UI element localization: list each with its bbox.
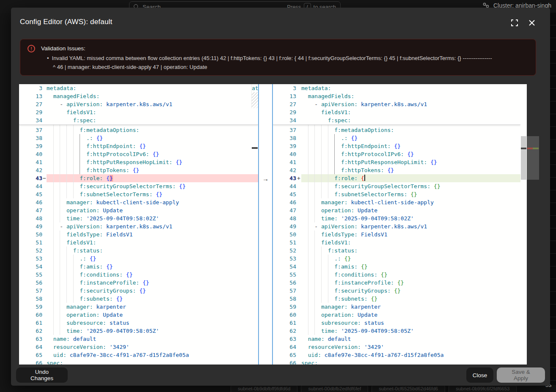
code-line[interactable]: 59 manager: karpenter (273, 303, 520, 311)
code-line[interactable]: 46 manager: kubectl-client-side-apply (19, 198, 258, 206)
code-line[interactable]: 58 f:subnets: {} (273, 295, 520, 303)
code-line[interactable]: 48 time: '2025-09-04T09:58:02Z' (273, 214, 520, 222)
code-line[interactable]: 52 f:status: (19, 247, 258, 255)
undo-changes-button[interactable]: Undo Changes (16, 367, 68, 383)
fullscreen-button[interactable] (510, 19, 519, 27)
code-line[interactable]: 41 f:httpPutResponseHopLimit: {} (273, 158, 520, 166)
code-line[interactable]: 50 fieldsType: FieldsV1 (19, 230, 258, 238)
code-line[interactable]: 50 fieldsType: FieldsV1 (273, 230, 520, 238)
line-content: manager: kubectl-client-side-apply (301, 198, 520, 206)
code-line[interactable]: 63 name: default (19, 335, 258, 343)
code-line[interactable]: 45 f:subnetSelectorTerms: {} (19, 190, 258, 198)
code-line[interactable]: 39 f:httpEndpoint: {} (273, 142, 520, 150)
code-line[interactable]: 46 manager: kubectl-client-side-apply (273, 198, 520, 206)
sticky-line[interactable]: 3metadata: (19, 84, 258, 92)
code-line[interactable]: 56 f:instanceProfile: {} (19, 279, 258, 287)
line-content: operation: Update (301, 311, 520, 319)
editor-scrollbar[interactable] (520, 84, 527, 365)
code-line[interactable]: 66spec: (19, 359, 258, 365)
token: f:httpProtocolIPv6: (341, 151, 404, 157)
code-line[interactable]: 51 fieldsV1: (19, 238, 258, 247)
code-line[interactable]: 39 f:httpEndpoint: {} (19, 142, 258, 150)
diff-marker (42, 279, 47, 287)
close-button[interactable] (528, 19, 536, 27)
code-line[interactable]: 64 resourceVersion: '3429' (273, 343, 520, 351)
code-line[interactable]: 37 f:metadataOptions: (19, 126, 258, 134)
code-line[interactable]: 59 manager: karpenter (19, 303, 258, 311)
line-number: 66 (273, 359, 296, 365)
code-line[interactable]: 66spec: (273, 359, 520, 365)
code-line[interactable]: 61 subresource: status (273, 319, 520, 327)
indent-guide (53, 247, 54, 255)
diff-marker (296, 247, 301, 255)
sticky-line[interactable]: 29 fieldsV1: (19, 108, 258, 116)
code-line[interactable]: 47 operation: Update (19, 206, 258, 214)
code-line[interactable]: 38 .: {} (19, 134, 258, 142)
sticky-line[interactable]: 34 f:spec: (273, 116, 520, 124)
code-line[interactable]: 63 name: default (273, 335, 520, 343)
code-line[interactable]: 44 f:securityGroupSelectorTerms: {} (273, 182, 520, 190)
overview-del-dash (252, 147, 258, 149)
code-line[interactable]: 42 f:httpTokens: {} (19, 166, 258, 174)
code-line[interactable]: 45 f:subnetSelectorTerms: {} (273, 190, 520, 198)
diff-overview-ruler[interactable] (527, 84, 539, 365)
code-line[interactable]: 57 f:securityGroups: {} (273, 287, 520, 295)
code-line[interactable]: 53 .: {} (273, 255, 520, 263)
sticky-header[interactable]: 3metadata:13 managedFields:27 - apiVersi… (273, 84, 520, 125)
code-line[interactable]: 62 time: '2025-09-04T09:58:05Z' (273, 327, 520, 335)
sticky-line[interactable]: 27 - apiVersion: karpenter.k8s.aws/v1 (19, 100, 258, 108)
scrollbar-thumb[interactable] (521, 136, 526, 180)
close-dialog-button[interactable]: Close (466, 367, 493, 383)
sticky-line[interactable]: 13 managedFields: (273, 92, 520, 100)
code-line[interactable]: 61 subresource: status (19, 319, 258, 327)
code-line[interactable]: 43− f:role: {} (19, 174, 258, 182)
code-line[interactable]: 41 f:httpPutResponseHopLimit: {} (19, 158, 258, 166)
sticky-line[interactable]: 13 managedFields: (19, 92, 258, 100)
sticky-line[interactable]: 27 - apiVersion: karpenter.k8s.aws/v1 (273, 100, 520, 108)
code-line[interactable]: 64 resourceVersion: '3429' (19, 343, 258, 351)
token: .: (86, 135, 93, 141)
token: f:securityGroupSelectorTerms: (334, 183, 430, 189)
code-line[interactable]: 55 f:conditions: {} (19, 271, 258, 279)
token: kubectl-client-side-apply (351, 199, 434, 206)
diff-marker (296, 222, 301, 230)
code-line[interactable]: 65 uid: c8afe97e-38cc-4f91-a767-d15f2a8f… (273, 351, 520, 359)
code-line[interactable]: 58 f:subnets: {} (19, 295, 258, 303)
code-line[interactable]: 65 uid: c8afe97e-38cc-4f91-a767-d15f2a8f… (19, 351, 258, 359)
sticky-line[interactable]: 3metadata: (273, 84, 520, 92)
code-line[interactable]: 56 f:instanceProfile: {} (273, 279, 520, 287)
code-line[interactable]: 48 time: '2025-09-04T09:58:02Z' (19, 214, 258, 222)
code-line[interactable]: 53 .: {} (19, 255, 258, 263)
line-content: metadata: (47, 84, 258, 92)
code-line[interactable]: 49 - apiVersion: karpenter.k8s.aws/v1 (273, 222, 520, 230)
code-line[interactable]: 54 f:amis: {} (19, 263, 258, 271)
overview-viewport[interactable] (527, 136, 539, 180)
diff-marker (296, 182, 301, 190)
code-line[interactable]: 55 f:conditions: {} (273, 271, 520, 279)
code-line[interactable]: 49 - apiVersion: karpenter.k8s.aws/v1 (19, 222, 258, 230)
code-line[interactable]: 60 operation: Update (273, 311, 520, 319)
original-editor[interactable]: 36 f:amiSelectorTerms: {}37 f:metadataOp… (19, 84, 258, 365)
code-line[interactable]: 37 f:metadataOptions: (273, 126, 520, 134)
sticky-line[interactable]: 29 fieldsV1: (273, 108, 520, 116)
code-line[interactable]: 38 .: {} (273, 134, 520, 142)
code-line[interactable]: 52 f:status: (273, 247, 520, 255)
revert-arrow-icon[interactable]: → (259, 175, 272, 183)
line-content: f:spec: (301, 116, 520, 124)
code-line[interactable]: 62 time: '2025-09-04T09:58:05Z' (19, 327, 258, 335)
code-line[interactable]: 42 f:httpTokens: {} (273, 166, 520, 174)
code-line[interactable]: 57 f:securityGroups: {} (19, 287, 258, 295)
code-line[interactable]: 54 f:amis: {} (273, 263, 520, 271)
code-line[interactable]: 40 f:httpProtocolIPv6: {} (273, 150, 520, 158)
code-line[interactable]: 43+ f:role: { (273, 174, 520, 182)
code-line[interactable]: 60 operation: Update (19, 311, 258, 319)
code-line[interactable]: 47 operation: Update (273, 206, 520, 214)
indent-guide (80, 166, 80, 174)
modified-editor[interactable]: 36 f:amiSelectorTerms: {}37 f:metadataOp… (273, 84, 520, 365)
sticky-line[interactable]: 34 f:spec: (19, 116, 258, 124)
code-line[interactable]: 44 f:securityGroupSelectorTerms: {} (19, 182, 258, 190)
save-apply-button[interactable]: Save & Apply (497, 367, 545, 383)
sticky-header[interactable]: 3metadata:13 managedFields:27 - apiVersi… (19, 84, 258, 125)
code-line[interactable]: 51 fieldsV1: (273, 238, 520, 247)
code-line[interactable]: 40 f:httpProtocolIPv6: {} (19, 150, 258, 158)
